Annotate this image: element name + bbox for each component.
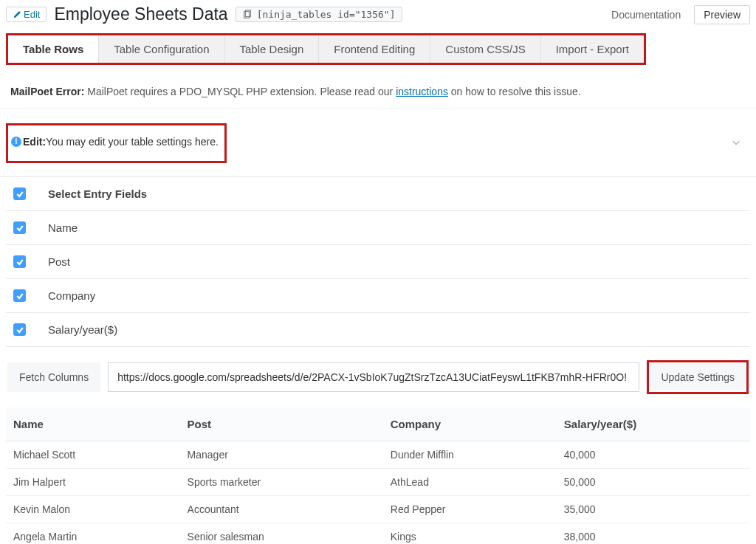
data-table: NamePostCompanySalary/year($) Michael Sc… (6, 407, 750, 544)
column-header[interactable]: Post (180, 407, 383, 441)
table-cell: Sports marketer (180, 469, 383, 496)
field-label: Company (48, 289, 95, 302)
table-header-row: NamePostCompanySalary/year($) (6, 407, 750, 441)
table-cell: Kings (383, 523, 557, 545)
table-cell: Jim Halpert (6, 469, 180, 496)
edit-hint-label: Edit: (23, 136, 46, 148)
table-cell: 50,000 (557, 469, 750, 496)
fields-header-row: Select Entry Fields (6, 177, 750, 211)
field-checkbox[interactable] (13, 289, 26, 302)
table-row: Jim HalpertSports marketerAthLead50,000 (6, 469, 750, 496)
column-header[interactable]: Name (6, 407, 180, 441)
field-label: Post (48, 255, 70, 268)
field-row: Company (6, 279, 750, 313)
table-cell: Dunder Mifflin (383, 441, 557, 469)
field-row: Salary/year($) (6, 313, 750, 347)
action-bar: Fetch Columns Update Settings (0, 347, 756, 407)
table-cell: Michael Scott (6, 441, 180, 469)
settings-panel-header[interactable]: i Edit:You may edit your table settings … (0, 113, 756, 177)
mailpoet-error-tail: on how to resolve this issue. (448, 86, 581, 97)
table-cell: Manager (180, 441, 383, 469)
fields-section: Select Entry Fields NamePostCompanySalar… (0, 177, 756, 347)
table-row: Michael ScottManagerDunder Mifflin40,000 (6, 441, 750, 469)
field-label: Salary/year($) (48, 323, 117, 336)
mailpoet-instructions-link[interactable]: instructions (396, 86, 448, 97)
shortcode-text: [ninja_tables id="1356"] (257, 9, 396, 20)
column-header[interactable]: Company (383, 407, 557, 441)
documentation-link[interactable]: Documentation (611, 9, 681, 21)
tab-table-configuration[interactable]: Table Configuration (99, 35, 224, 63)
table-cell: Accountant (180, 496, 383, 523)
update-settings-highlight: Update Settings (647, 360, 749, 394)
tab-custom-css-js[interactable]: Custom CSS/JS (430, 35, 540, 63)
chevron-down-icon (731, 137, 741, 150)
table-cell: Angela Martin (6, 523, 180, 545)
table-row: Kevin MalonAccountantRed Pepper35,000 (6, 496, 750, 523)
column-header[interactable]: Salary/year($) (557, 407, 750, 441)
table-cell: 38,000 (557, 523, 750, 545)
table-cell: 35,000 (557, 496, 750, 523)
page-header: Edit Employee Sheets Data [ninja_tables … (0, 0, 756, 29)
tab-frontend-editing[interactable]: Frontend Editing (319, 35, 430, 63)
spreadsheet-url-input[interactable] (108, 362, 639, 392)
table-cell: 40,000 (557, 441, 750, 469)
data-table-wrap: NamePostCompanySalary/year($) Michael Sc… (0, 407, 756, 544)
shortcode-chip[interactable]: [ninja_tables id="1356"] (236, 7, 402, 22)
field-label: Name (48, 221, 78, 234)
tab-import-export[interactable]: Import - Export (541, 35, 644, 63)
table-cell: Kevin Malon (6, 496, 180, 523)
edit-title-button[interactable]: Edit (6, 7, 47, 22)
edit-hint-box: i Edit:You may edit your table settings … (6, 123, 227, 163)
table-cell: Red Pepper (383, 496, 557, 523)
info-icon: i (11, 137, 21, 147)
field-checkbox[interactable] (13, 323, 26, 336)
tab-table-rows[interactable]: Table Rows (8, 35, 99, 63)
edit-hint-text: You may edit your table settings here. (46, 136, 219, 148)
field-row: Name (6, 211, 750, 245)
table-cell: AthLead (383, 469, 557, 496)
fields-header-label: Select Entry Fields (48, 187, 147, 200)
preview-button[interactable]: Preview (694, 5, 750, 24)
edit-title-label: Edit (24, 9, 40, 20)
mailpoet-error-label: MailPoet Error: (10, 86, 84, 97)
field-row: Post (6, 245, 750, 279)
tab-table-design[interactable]: Table Design (225, 35, 320, 63)
field-checkbox[interactable] (13, 255, 26, 268)
table-cell: Senior salesman (180, 523, 383, 545)
select-all-checkbox[interactable] (13, 187, 26, 200)
mailpoet-notice: MailPoet Error: MailPoet requires a PDO_… (0, 75, 756, 109)
update-settings-button[interactable]: Update Settings (650, 364, 745, 390)
fetch-columns-button[interactable]: Fetch Columns (7, 362, 100, 392)
page-title: Employee Sheets Data (54, 4, 227, 24)
pencil-icon (13, 10, 21, 19)
tabs-bar: Table RowsTable ConfigurationTable Desig… (6, 33, 646, 65)
copy-icon (242, 10, 252, 20)
mailpoet-error-text: MailPoet requires a PDO_MYSQL PHP extens… (84, 86, 396, 97)
field-checkbox[interactable] (13, 221, 26, 234)
table-row: Angela MartinSenior salesmanKings38,000 (6, 523, 750, 545)
